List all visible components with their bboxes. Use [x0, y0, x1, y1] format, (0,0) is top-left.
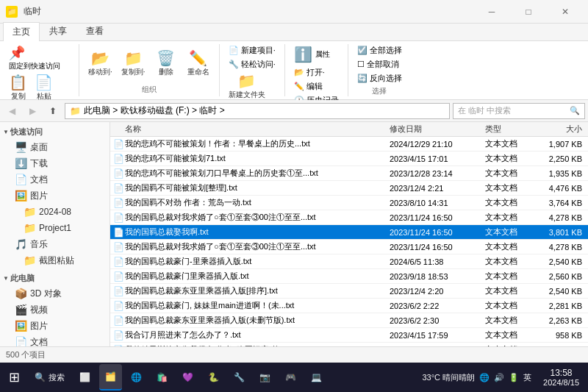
maximize-button[interactable]: □ [512, 0, 545, 24]
up-button[interactable]: ⬆ [44, 102, 62, 120]
col-name[interactable]: 名称 [110, 124, 390, 135]
table-row[interactable]: 📄 我的国羁总裁对我求婚了○套①至套③00注①至至...txt 2023/11/… [110, 210, 588, 225]
tray-icon-battery[interactable]: 🔋 [509, 373, 519, 382]
sidebar-item-project1[interactable]: 📁Project1 [0, 220, 110, 236]
sidebar-item-2024-08[interactable]: 📁2024-08 [0, 204, 110, 220]
sidebar-item-documents[interactable]: 📄文档 [0, 171, 110, 188]
file-size: 3,764 KB [537, 199, 588, 207]
weather-info: 33°C 晴间晴朗 [422, 372, 475, 383]
sidebar-item-screenshots[interactable]: 📁截图粘贴 [0, 252, 110, 268]
file-explorer-taskbar[interactable]: 🗂️ [99, 364, 122, 391]
forward-button[interactable]: ▶ [24, 102, 41, 120]
search-button[interactable]: 🔍搜索 [29, 364, 71, 391]
table-row[interactable]: 📄 我的国羁总裁豪门里乘器插入版.txt 2023/9/18 18:53 文本文… [110, 269, 588, 284]
table-row[interactable]: 📄 我的国羁总裁豪东亚里乘器插入版(未删节版).txt 2023/6/2 2:3… [110, 313, 588, 328]
select-all-button[interactable]: ☑️ 全部选择 [354, 44, 405, 57]
tab-home[interactable]: 主页 [3, 22, 40, 41]
file-size: 2,263 KB [537, 316, 588, 325]
close-button[interactable]: ✕ [548, 0, 582, 24]
easy-access-button[interactable]: 🔧 轻松访问· [226, 58, 279, 71]
new-folder-button[interactable]: 📁 新建文件夹 [226, 72, 268, 101]
table-row[interactable]: 📄 我的国羁总裁豪东亚里乘器插入版[排序].txt 2023/12/4 2:20… [110, 284, 588, 299]
table-row[interactable]: 📄 我的国羁总裁娶我啊.txt 2023/11/24 16:50 文本文档 3,… [110, 225, 588, 240]
table-row[interactable]: 📄 我合订月照进来了怎么办了？.txt 2023/4/15 17:59 文本文档… [110, 328, 588, 343]
copy-to-button[interactable]: 📁 复制到· [118, 49, 148, 79]
file-type: 文本文档 [485, 153, 537, 164]
table-row[interactable]: 📄 我的国羁总裁豪门, 妹妹里main进道啊！(未...txt 2023/6/2… [110, 299, 588, 313]
new-item-button[interactable]: 📄 新建项目· [226, 44, 279, 57]
invert-selection-button[interactable]: 🔄 反向选择 [354, 72, 405, 85]
store-taskbar[interactable]: 🛍️ [151, 364, 173, 391]
ribbon-group-select: ☑️ 全部选择 ☐ 全部取消 🔄 反向选择 选择 [348, 44, 411, 96]
file-type: 文本文档 [485, 329, 537, 341]
back-button[interactable]: ◀ [3, 102, 21, 120]
ribbon: 📌 固定到快速访问 📋 复制 📄 粘贴 ✂️ 剪切 🔗 复制路径 📎 粘贴快捷方… [0, 41, 588, 100]
pin-to-quick-access-button[interactable]: 📌 固定到快速访问 [6, 44, 63, 72]
move-to-button[interactable]: 📂 移动到· [85, 49, 115, 79]
python-taskbar[interactable]: 🐍 [202, 364, 225, 391]
col-date[interactable]: 修改日期 [390, 124, 485, 135]
file-rows-container: 📄 我的悲鸡不可能被策划！作者：早餐桌上的历史...txt 2024/12/29… [110, 137, 588, 346]
paste-button[interactable]: 📄 粘贴 [32, 74, 56, 103]
tab-view[interactable]: 查看 [76, 21, 113, 40]
table-row[interactable]: 📄 我的国羁总裁对我求婚了○套①至套③00注①至至...txt 2023/11/… [110, 240, 588, 254]
file-date: 2024/6/5 11:38 [390, 257, 485, 266]
delete-button[interactable]: 🗑️ 删除 [151, 49, 181, 79]
sidebar-item-3d-objects[interactable]: 📦3D 对象 [0, 285, 110, 302]
organize-label: 组织 [142, 83, 157, 96]
app6-taskbar[interactable]: 📷 [254, 364, 276, 391]
file-date: 2023/12/4 2:20 [390, 287, 485, 296]
sidebar-item-documents2[interactable]: 📄文档 [0, 334, 110, 346]
sidebar-item-downloads[interactable]: ⬇️下载 [0, 155, 110, 171]
app-icon: 📁 [6, 6, 18, 18]
col-type[interactable]: 类型 [485, 124, 537, 135]
address-path[interactable]: 📁 此电脑 > 欧钛移动磁盘 (F:) > 临时 > [65, 103, 450, 119]
tray-icon-sound[interactable]: 🔊 [494, 373, 504, 382]
app5-taskbar[interactable]: 🔧 [228, 364, 251, 391]
tray-icon-network[interactable]: 🌐 [479, 373, 490, 382]
file-size: 4,278 KB [537, 243, 588, 252]
sidebar-item-desktop[interactable]: 🖥️桌面 [0, 139, 110, 155]
open-button[interactable]: 📂 打开· [291, 66, 328, 79]
select-none-button[interactable]: ☐ 全部取消 [354, 58, 402, 71]
rename-button[interactable]: ✏️ 重命名 [184, 49, 213, 79]
table-row[interactable]: 📄 我的悲鸡不可能被策划！作者：早餐桌上的历史...txt 2024/12/29… [110, 137, 588, 152]
file-name: 我合订月照进来了怎么办了？.txt [125, 329, 390, 341]
edge-browser-taskbar[interactable]: 🌐 [125, 364, 148, 391]
language-indicator[interactable]: 英 [523, 372, 531, 383]
app7-taskbar[interactable]: 🎮 [279, 364, 302, 391]
file-date: 2023/11/24 16:50 [390, 243, 485, 252]
file-size: 2,560 KB [537, 272, 588, 281]
col-size[interactable]: 大小 [537, 124, 588, 135]
visual-studio-taskbar[interactable]: 💜 [176, 364, 199, 391]
file-type-icon: 📄 [110, 139, 125, 149]
edit-button[interactable]: ✏️ 编辑 [291, 80, 326, 93]
file-size: 3,801 KB [537, 228, 588, 237]
table-row[interactable]: 📄 我的国羁不可能被策划[整理].txt 2023/12/4 2:21 文本文档… [110, 181, 588, 196]
file-date: 2023/9/18 18:53 [390, 272, 485, 281]
sidebar-item-pictures[interactable]: 🖼️图片 [0, 188, 110, 204]
table-row[interactable]: 📄 我的悲鸡不可能被策划71.txt 2023/4/15 17:01 文本文档 … [110, 152, 588, 166]
table-row[interactable]: 📄 我的国羁总裁豪门-里乘器插入版.txt 2024/6/5 11:38 文本文… [110, 254, 588, 269]
tab-share[interactable]: 共享 [40, 21, 76, 40]
quick-access-header[interactable]: ▼ 快速访问 [0, 125, 110, 139]
file-type: 文本文档 [485, 285, 537, 296]
search-box[interactable]: 在 临时 中搜索 🔍 [453, 103, 585, 119]
file-type-icon: 📄 [110, 213, 125, 223]
sidebar-item-pictures2[interactable]: 🖼️图片 [0, 318, 110, 334]
clock-time: 13:58 [543, 368, 579, 378]
task-view-button[interactable]: ⬜ [74, 364, 96, 391]
minimize-button[interactable]: ─ [475, 0, 509, 24]
file-size: 958 KB [537, 331, 588, 340]
this-pc-header[interactable]: ▼ 此电脑 [0, 271, 110, 285]
app-window: 📁 临时 ─ □ ✕ 主页 共享 查看 📌 固定到快速访问 📋 [0, 0, 588, 392]
sidebar-item-music[interactable]: 🎵音乐 [0, 236, 110, 252]
app8-taskbar[interactable]: 💻 [305, 364, 328, 391]
sidebar-item-videos[interactable]: 🎬视频 [0, 302, 110, 318]
table-row[interactable]: 📄 我的悲鸡不可能被策划刀口早餐桌上的历史套①至...txt 2023/12/2… [110, 166, 588, 181]
properties-button[interactable]: ℹ️ 属性 [291, 44, 333, 65]
copy-button[interactable]: 📋 复制 [6, 74, 30, 103]
clock[interactable]: 13:58 2024/8/15 [537, 368, 585, 387]
table-row[interactable]: 📄 我的国羁不对劲 作者：荒岛一动.txt 2023/8/10 14:31 文本… [110, 196, 588, 210]
start-button[interactable]: ⊞ [3, 364, 26, 391]
